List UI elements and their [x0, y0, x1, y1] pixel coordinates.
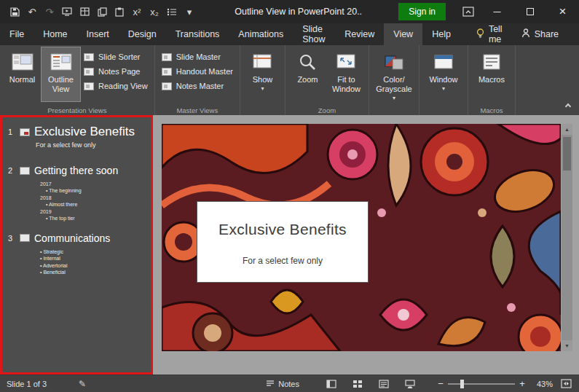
handout-master-button[interactable]: Handout Master — [158, 66, 237, 77]
fit-slide-to-window-icon[interactable] — [557, 379, 579, 388]
outline-bullet[interactable]: Strategic — [40, 248, 151, 255]
outline-slide-1: 1 Exclusive Benefits For a select few on… — [8, 125, 151, 149]
tab-insert[interactable]: Insert — [77, 23, 119, 45]
start-slideshow-icon[interactable] — [58, 0, 76, 23]
tab-animations[interactable]: Animations — [229, 23, 293, 45]
ribbon-display-options-icon[interactable] — [456, 0, 481, 23]
show-button[interactable]: Show ▾ — [243, 47, 282, 101]
bullets-icon[interactable] — [163, 0, 181, 23]
share-button[interactable]: Share — [511, 23, 569, 45]
zoom-out-button[interactable]: − — [433, 378, 448, 389]
slide-editing-area[interactable]: Exclusive Benefits For a select few only… — [153, 115, 579, 375]
scrollbar-track[interactable] — [562, 135, 572, 340]
tab-file[interactable]: File — [0, 23, 34, 45]
scrollbar-thumb[interactable] — [563, 137, 571, 170]
outline-bullet[interactable]: Almost there — [46, 201, 151, 208]
spell-check-icon[interactable]: ✎ — [79, 379, 86, 389]
outline-bullet[interactable]: Beneficial — [40, 269, 151, 275]
redo-icon[interactable]: ↷ — [41, 0, 58, 23]
copy-pages-icon[interactable] — [93, 0, 111, 23]
outline-bullet[interactable]: 2018 — [40, 195, 151, 201]
outline-slide-2: 2 Getting there soon 2017 The beginning … — [8, 165, 151, 222]
slide-canvas[interactable]: Exclusive Benefits For a select few only — [162, 124, 561, 351]
fit-to-window-button[interactable]: Fit to Window — [327, 47, 366, 101]
tell-me-button[interactable]: Tell me — [468, 23, 511, 45]
outline-slide-title[interactable]: Communications — [34, 232, 110, 244]
slide-number: 1 — [8, 128, 15, 136]
outline-slide-title[interactable]: Exclusive Benefits — [34, 125, 135, 139]
slide-icon[interactable] — [20, 128, 30, 136]
zoom-in-button[interactable]: + — [515, 378, 529, 389]
tab-review[interactable]: Review — [335, 23, 384, 45]
color-grayscale-button[interactable]: Color/ Grayscale ▾ — [372, 47, 416, 101]
normal-view-button[interactable]: Normal — [3, 47, 42, 101]
notes-master-button[interactable]: Notes Master — [158, 80, 237, 92]
notes-toggle-button[interactable]: Notes — [260, 380, 305, 388]
scroll-down-icon[interactable]: ▼ — [562, 340, 572, 351]
slide-sorter-shortcut-icon[interactable] — [344, 375, 371, 392]
color-grayscale-caret-icon: ▾ — [393, 95, 395, 101]
tab-design[interactable]: Design — [119, 23, 166, 45]
collapse-ribbon-icon[interactable] — [566, 104, 572, 110]
paste-icon[interactable] — [111, 0, 128, 23]
slide-show-shortcut-icon[interactable] — [397, 375, 423, 392]
slide-title-text[interactable]: Exclusive Benefits — [218, 221, 347, 238]
slide-icon[interactable] — [20, 167, 30, 175]
close-button[interactable]: × — [546, 0, 579, 23]
outline-slide-title[interactable]: Getting there soon — [34, 165, 118, 176]
outline-subtitle[interactable]: For a select few only — [36, 141, 151, 149]
reading-view-shortcut-icon[interactable] — [371, 375, 397, 392]
tab-home[interactable]: Home — [34, 23, 76, 45]
macros-icon — [482, 51, 501, 73]
qat-menu-caret-icon[interactable]: ▾ — [181, 0, 198, 23]
table-icon[interactable] — [76, 0, 93, 23]
zoom-slider-track[interactable] — [448, 383, 515, 385]
window-button[interactable]: Window ▾ — [422, 47, 465, 101]
outline-pane[interactable]: 1 Exclusive Benefits For a select few on… — [0, 115, 153, 375]
save-icon[interactable] — [6, 0, 23, 23]
zoom-icon — [298, 51, 317, 73]
slide-subtitle-text[interactable]: For a select few only — [243, 256, 323, 266]
outline-bullet[interactable]: 2019 — [40, 208, 151, 215]
notes-page-button[interactable]: Notes Page — [80, 66, 151, 77]
outline-view-icon — [50, 51, 72, 73]
vertical-scrollbar[interactable]: ▲ ▼ — [562, 124, 572, 351]
outline-bullet[interactable]: The beginning — [46, 187, 151, 194]
minimize-button[interactable]: ─ — [481, 0, 513, 23]
outline-bullet[interactable]: Advertorial — [40, 262, 151, 269]
slide-sorter-button[interactable]: Slide Sorter — [80, 51, 151, 63]
window-caret-icon: ▾ — [442, 86, 445, 92]
view-shortcuts — [318, 375, 423, 392]
show-icon — [252, 51, 272, 73]
zoom-slider-thumb[interactable] — [460, 380, 464, 388]
zoom-level[interactable]: 43% — [529, 380, 557, 388]
slide-icon[interactable] — [20, 234, 30, 242]
slide-text-box[interactable]: Exclusive Benefits For a select few only — [197, 201, 369, 283]
slide-master-label: Slide Master — [176, 52, 221, 61]
outline-bullet[interactable]: Internal — [40, 255, 151, 262]
undo-icon[interactable]: ↶ — [23, 0, 41, 23]
color-grayscale-icon — [384, 51, 404, 73]
macros-label: Macros — [478, 75, 505, 85]
zoom-label: Zoom — [297, 75, 318, 85]
tab-help[interactable]: Help — [422, 23, 460, 45]
macros-button[interactable]: Macros — [471, 47, 512, 101]
superscript-icon[interactable]: x² — [128, 0, 146, 23]
outline-bullet[interactable]: The top tier — [46, 215, 151, 222]
reading-view-button[interactable]: Reading View — [80, 80, 151, 92]
slide-master-button[interactable]: Slide Master — [158, 51, 237, 63]
zoom-slider[interactable] — [448, 375, 515, 392]
master-views-small-buttons: Slide Master Handout Master Notes Master — [158, 47, 237, 92]
outline-bullet[interactable]: 2017 — [40, 181, 151, 187]
normal-view-shortcut-icon[interactable] — [318, 375, 344, 392]
slide-sorter-label: Slide Sorter — [98, 52, 140, 61]
tab-view[interactable]: View — [384, 23, 422, 45]
subscript-icon[interactable]: x₂ — [146, 0, 163, 23]
maximize-button[interactable] — [513, 0, 546, 23]
zoom-button[interactable]: Zoom — [288, 47, 327, 101]
tab-transitions[interactable]: Transitions — [166, 23, 229, 45]
sign-in-button[interactable]: Sign in — [398, 3, 446, 20]
outline-view-button[interactable]: Outline View — [42, 47, 80, 101]
scroll-up-icon[interactable]: ▲ — [562, 124, 572, 135]
tab-slide-show[interactable]: Slide Show — [293, 23, 335, 45]
